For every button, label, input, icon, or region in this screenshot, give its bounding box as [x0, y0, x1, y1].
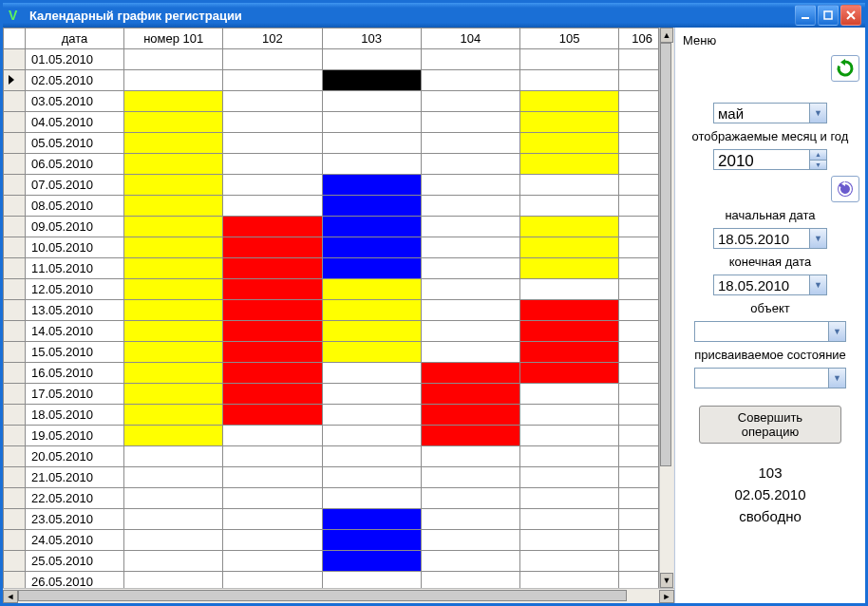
- status-cell[interactable]: [223, 196, 322, 217]
- status-cell[interactable]: [520, 237, 619, 258]
- apply-date-button[interactable]: [831, 176, 859, 202]
- status-cell[interactable]: [520, 196, 619, 217]
- table-row[interactable]: 06.05.2010: [4, 154, 659, 175]
- status-cell[interactable]: [520, 405, 619, 426]
- status-cell[interactable]: [322, 321, 421, 342]
- row-header[interactable]: [4, 572, 26, 589]
- status-cell[interactable]: [619, 112, 659, 133]
- status-cell[interactable]: [124, 154, 223, 175]
- row-header[interactable]: [4, 405, 26, 426]
- month-combo[interactable]: май ▼: [713, 103, 827, 123]
- date-cell[interactable]: 25.05.2010: [25, 551, 123, 572]
- status-cell[interactable]: [223, 175, 322, 196]
- scroll-up-icon[interactable]: ▲: [660, 28, 673, 43]
- status-cell[interactable]: [322, 509, 421, 530]
- date-cell[interactable]: 13.05.2010: [25, 300, 123, 321]
- status-cell[interactable]: [619, 488, 659, 509]
- chevron-down-icon[interactable]: ▼: [828, 369, 845, 388]
- status-cell[interactable]: [421, 530, 519, 551]
- column-header[interactable]: 102: [223, 28, 322, 49]
- status-cell[interactable]: [520, 363, 619, 384]
- status-cell[interactable]: [223, 572, 322, 589]
- status-cell[interactable]: [223, 342, 322, 363]
- status-cell[interactable]: [619, 572, 659, 589]
- table-row[interactable]: 19.05.2010: [4, 426, 659, 446]
- table-row[interactable]: 08.05.2010: [4, 196, 659, 217]
- menu-label[interactable]: Меню: [681, 31, 859, 49]
- chevron-down-icon[interactable]: ▼: [809, 275, 826, 294]
- chevron-down-icon[interactable]: ▼: [809, 104, 826, 123]
- status-cell[interactable]: [619, 175, 659, 196]
- status-cell[interactable]: [223, 217, 322, 237]
- status-cell[interactable]: [223, 426, 322, 446]
- status-cell[interactable]: [223, 279, 322, 300]
- row-header[interactable]: [4, 467, 26, 488]
- status-cell[interactable]: [421, 91, 519, 112]
- status-cell[interactable]: [421, 237, 519, 258]
- status-cell[interactable]: [619, 342, 659, 363]
- status-cell[interactable]: [124, 426, 223, 446]
- status-cell[interactable]: [421, 572, 519, 589]
- status-cell[interactable]: [421, 321, 519, 342]
- status-cell[interactable]: [421, 49, 519, 70]
- table-row[interactable]: 16.05.2010: [4, 363, 659, 384]
- status-cell[interactable]: [223, 509, 322, 530]
- row-header[interactable]: [4, 258, 26, 279]
- date-cell[interactable]: 06.05.2010: [25, 154, 123, 175]
- status-cell[interactable]: [421, 217, 519, 237]
- status-cell[interactable]: [124, 196, 223, 217]
- date-cell[interactable]: 01.05.2010: [25, 49, 123, 70]
- status-cell[interactable]: [124, 70, 223, 91]
- column-header[interactable]: номер 101: [124, 28, 223, 49]
- horizontal-scrollbar[interactable]: ◄ ►: [3, 588, 674, 603]
- row-header[interactable]: [4, 70, 26, 91]
- row-header[interactable]: [4, 279, 26, 300]
- date-cell[interactable]: 10.05.2010: [25, 237, 123, 258]
- row-header[interactable]: [4, 551, 26, 572]
- status-cell[interactable]: [322, 467, 421, 488]
- status-cell[interactable]: [421, 426, 519, 446]
- date-cell[interactable]: 26.05.2010: [25, 572, 123, 589]
- end-date-combo[interactable]: 18.05.2010 ▼: [713, 275, 827, 295]
- status-cell[interactable]: [520, 488, 619, 509]
- status-cell[interactable]: [124, 488, 223, 509]
- start-date-combo[interactable]: 18.05.2010 ▼: [713, 228, 827, 249]
- date-cell[interactable]: 09.05.2010: [25, 217, 123, 237]
- status-cell[interactable]: [520, 509, 619, 530]
- status-cell[interactable]: [619, 446, 659, 467]
- status-cell[interactable]: [124, 300, 223, 321]
- status-cell[interactable]: [520, 175, 619, 196]
- status-cell[interactable]: [124, 446, 223, 467]
- status-cell[interactable]: [619, 405, 659, 426]
- status-cell[interactable]: [421, 405, 519, 426]
- scroll-right-icon[interactable]: ►: [659, 590, 674, 603]
- scroll-down-icon[interactable]: ▼: [660, 573, 673, 588]
- status-cell[interactable]: [223, 133, 322, 154]
- status-cell[interactable]: [223, 258, 322, 279]
- row-header[interactable]: [4, 112, 26, 133]
- status-cell[interactable]: [322, 530, 421, 551]
- status-cell[interactable]: [223, 237, 322, 258]
- status-cell[interactable]: [223, 321, 322, 342]
- status-cell[interactable]: [520, 91, 619, 112]
- row-header[interactable]: [4, 488, 26, 509]
- status-cell[interactable]: [223, 70, 322, 91]
- status-cell[interactable]: [619, 384, 659, 405]
- status-cell[interactable]: [520, 467, 619, 488]
- chevron-down-icon[interactable]: ▼: [809, 229, 826, 248]
- maximize-button[interactable]: [818, 5, 839, 26]
- status-cell[interactable]: [421, 467, 519, 488]
- table-row[interactable]: 03.05.2010: [4, 91, 659, 112]
- status-cell[interactable]: [124, 467, 223, 488]
- status-cell[interactable]: [619, 133, 659, 154]
- table-row[interactable]: 20.05.2010: [4, 446, 659, 467]
- table-row[interactable]: 05.05.2010: [4, 133, 659, 154]
- column-header[interactable]: 103: [322, 28, 421, 49]
- status-cell[interactable]: [322, 196, 421, 217]
- row-header[interactable]: [4, 300, 26, 321]
- status-cell[interactable]: [520, 530, 619, 551]
- status-cell[interactable]: [322, 49, 421, 70]
- status-cell[interactable]: [223, 112, 322, 133]
- status-cell[interactable]: [520, 154, 619, 175]
- table-row[interactable]: 22.05.2010: [4, 488, 659, 509]
